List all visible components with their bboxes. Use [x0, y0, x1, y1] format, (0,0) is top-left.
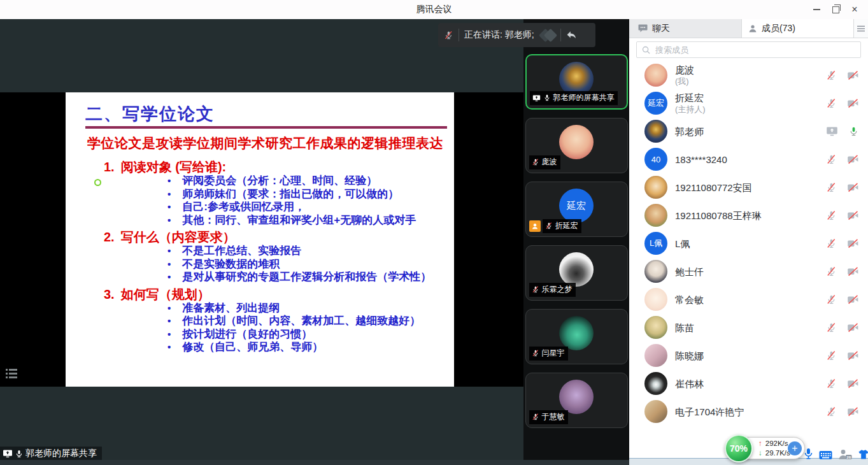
tab-members[interactable]: 成员(73)	[742, 19, 854, 38]
hamburger-icon	[857, 25, 865, 32]
panel-menu-button[interactable]	[854, 19, 868, 38]
tray-tshirt-icon[interactable]	[858, 449, 868, 460]
member-name: 崔伟林	[675, 378, 704, 390]
minimize-button[interactable]	[807, 0, 826, 19]
close-button[interactable]: ×	[845, 0, 864, 19]
video-tile[interactable]: 于慧敏	[525, 373, 628, 428]
reply-arrow-button[interactable]	[566, 31, 576, 39]
member-row[interactable]: 40 183****3240	[629, 145, 868, 173]
video-tile[interactable]: 庞波	[525, 118, 628, 173]
mic-on-icon	[848, 126, 859, 137]
member-row[interactable]: 陈苗	[629, 313, 868, 341]
slide-line: • 其他：同行、审查组和评奖小组+无聊的人或对手	[104, 214, 453, 227]
member-status-icons	[826, 70, 859, 81]
tray-person-count-icon[interactable]: 26	[838, 449, 852, 460]
member-row[interactable]: 19211080772安国	[629, 173, 868, 201]
slide-line: • 作出计划（时间、内容、素材加工、越细致越好）	[104, 315, 453, 328]
tile-name-label: 于慧敏	[529, 410, 568, 424]
search-input[interactable]	[654, 45, 855, 55]
video-tile[interactable]: 闫星宇	[525, 309, 628, 364]
participant-name: 闫星宇	[542, 348, 565, 359]
member-row[interactable]: 崔伟林	[629, 369, 868, 397]
member-row[interactable]: 电子1704许艳宁	[629, 397, 868, 426]
member-info: 折延宏 (主持人)	[675, 92, 706, 115]
slide-line: • 准备素材、列出提纲	[104, 302, 453, 315]
bullet-dot-icon: •	[167, 258, 171, 271]
host-badge-icon	[529, 220, 541, 232]
chat-bubble-icon	[638, 24, 648, 32]
member-info: 鲍士仟	[675, 266, 704, 278]
member-row[interactable]: 庞波 (我)	[629, 61, 868, 89]
slide-line: • 自己:参考或供回忆录用，	[104, 201, 453, 214]
plus-icon: +	[792, 443, 797, 454]
video-tile[interactable]: 郭老师的屏幕共享	[525, 54, 628, 110]
mic-muted-icon	[826, 322, 837, 333]
window-titlebar: 腾讯会议 ×	[0, 0, 868, 19]
tab-members-label: 成员(73)	[762, 23, 795, 34]
slide-line-text: 如何写（规划）	[121, 287, 210, 302]
slide-line-text: 按计划进行（良好的习惯）	[182, 328, 312, 341]
slide-line-text: 其他：同行、审查组和评奖小组+无聊的人或对手	[182, 214, 416, 227]
tray-keyboard-icon[interactable]	[819, 450, 832, 460]
member-info: 19211080788王梓琳	[675, 210, 762, 222]
member-row[interactable]: 郭老师	[629, 117, 868, 145]
member-row[interactable]: L佩 L佩	[629, 229, 868, 257]
slide-line-text: 不是工作总结、实验报告	[182, 245, 301, 258]
member-name: 折延宏	[675, 92, 706, 104]
tile-label-row: 于慧敏	[529, 410, 568, 424]
slide-subtitle: 学位论文是攻读学位期间学术研究工作成果的逻辑推理表达	[87, 134, 443, 152]
member-role: (我)	[675, 76, 694, 87]
member-row[interactable]: 常会敏	[629, 285, 868, 313]
member-status-icons	[826, 210, 859, 221]
bullet-dot-icon: •	[167, 302, 171, 315]
presentation-slide: 二、写学位论文 学位论文是攻读学位期间学术研究工作成果的逻辑推理表达 1. 阅读…	[66, 92, 454, 387]
member-info: 陈晓娜	[675, 350, 704, 362]
member-row[interactable]: 延宏 折延宏 (主持人)	[629, 89, 868, 117]
member-status-icons	[826, 350, 859, 361]
window-title: 腾讯会议	[416, 4, 452, 15]
member-name: 19211080772安国	[675, 182, 752, 194]
widget-plus-button[interactable]: +	[788, 441, 802, 455]
mic-muted-icon	[444, 31, 453, 40]
tab-chat[interactable]: 聊天	[629, 19, 742, 38]
screen-share-icon	[826, 126, 838, 136]
member-search-area	[629, 38, 868, 61]
restore-button[interactable]	[826, 0, 845, 19]
member-row[interactable]: 鲍士仟	[629, 257, 868, 285]
camera-muted-icon	[847, 183, 859, 192]
tile-name-label: 折延宏	[543, 219, 581, 233]
member-avatar	[644, 204, 667, 227]
video-tile[interactable]: 延宏 折延宏	[525, 182, 628, 237]
member-row[interactable]: 19211080788王梓琳	[629, 201, 868, 229]
tab-chat-label: 聊天	[652, 23, 670, 34]
member-avatar	[644, 372, 667, 395]
member-info: 常会敏	[675, 294, 704, 306]
side-panel: 聊天 成员(73)	[629, 19, 868, 460]
slide-line: • 是对从事研究的专题工作逻辑分析和报告（学术性）	[104, 271, 453, 284]
member-row[interactable]: 陈晓娜	[629, 341, 868, 369]
slide-line-text: 师弟师妹们（要求：指出已做的，可以做的）	[182, 188, 399, 201]
slide-title: 二、写学位论文	[85, 103, 215, 125]
member-name: 常会敏	[675, 294, 704, 306]
laser-pointer-dot	[94, 179, 101, 186]
member-name: 鲍士仟	[675, 266, 704, 278]
slide-line-text: 自己:参考或供回忆录用，	[182, 201, 305, 214]
list-icon	[5, 367, 18, 380]
restore-icon	[832, 6, 839, 13]
tray-microphone-icon[interactable]	[804, 448, 813, 460]
camera-muted-icon	[847, 295, 859, 304]
slide-line-text: 写什么（内容要求）	[121, 230, 236, 245]
tile-name-label: 郭老师的屏幕共享	[530, 91, 618, 105]
member-status-icons	[826, 238, 859, 249]
meeting-stage: 二、写学位论文 学位论文是攻读学位期间学术研究工作成果的逻辑推理表达 1. 阅读…	[0, 19, 523, 460]
video-tile[interactable]: 乐霖之梦	[525, 245, 628, 301]
meeting-watermark-icon	[541, 31, 555, 40]
member-name: 郭老师	[675, 125, 704, 138]
bullet-dot-icon: •	[167, 341, 171, 354]
divider	[459, 29, 459, 41]
slideshow-outline-button[interactable]	[5, 367, 18, 382]
memory-percent-ball[interactable]: 70%	[725, 434, 753, 462]
bullet-dot-icon: •	[167, 315, 171, 328]
member-info: 郭老师	[675, 125, 704, 138]
member-avatar: 40	[644, 148, 667, 171]
